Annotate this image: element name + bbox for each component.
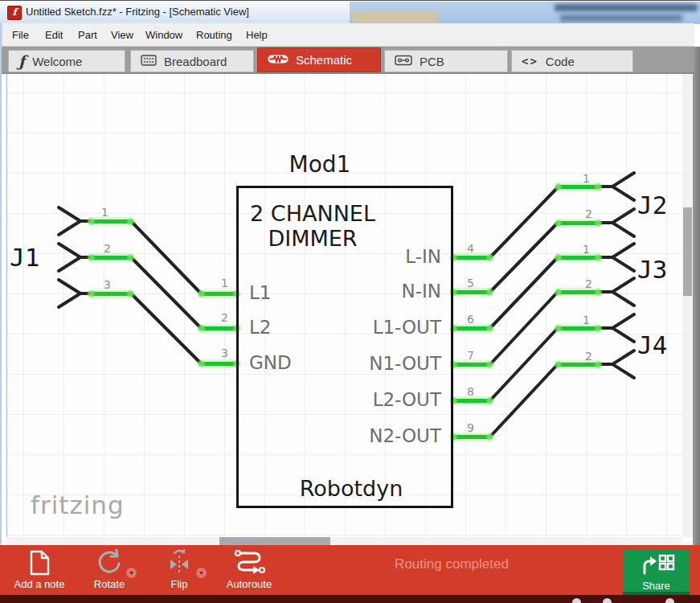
pin-label-n2-out: N2-OUT: [338, 425, 441, 446]
pin-label-gnd: GND: [249, 352, 292, 373]
net-mod-pin3[interactable]: [201, 362, 237, 366]
menu-window[interactable]: Window: [145, 29, 182, 41]
fritzing-app-icon: f: [7, 6, 22, 20]
j3-pin-number-2: 2: [585, 277, 592, 290]
j2-pin-number-2: 2: [585, 207, 592, 220]
share-icon: [623, 554, 690, 578]
mod-pin-number-7: 7: [467, 349, 474, 362]
module-title: 2 CHANNEL DIMMER: [236, 201, 389, 251]
net-j1-pin2[interactable]: [91, 256, 131, 260]
rotate-label: Rotate: [76, 578, 142, 590]
net-j2-pin2[interactable]: [558, 221, 599, 225]
title-bar: f Untitled Sketch.fzz* - Fritzing - [Sch…: [0, 0, 700, 23]
mod-pin-number-3: 3: [221, 347, 228, 359]
breadboard-icon: [141, 55, 157, 68]
vertical-scrollbar[interactable]: [682, 74, 693, 537]
menu-bar: File Edit Part View Window Routing Help: [2, 23, 694, 47]
net-j3-pin2[interactable]: [558, 290, 599, 294]
pin-label-l1-out: L1-OUT: [338, 317, 441, 338]
connector-label-j4: J4: [637, 330, 667, 359]
vertical-scrollbar-thumb[interactable]: [683, 207, 692, 296]
menu-routing[interactable]: Routing: [196, 29, 232, 41]
net-mod-pin2[interactable]: [201, 326, 237, 330]
mod-pin-number-2: 2: [221, 311, 228, 324]
connector-label-j3: J3: [637, 255, 667, 284]
mod-pin-number-5: 5: [467, 277, 474, 289]
pin-label-l1: L1: [249, 282, 271, 303]
schematic-zigzag-icon: [268, 53, 289, 67]
menu-edit[interactable]: Edit: [45, 29, 63, 41]
menu-view[interactable]: View: [111, 29, 133, 41]
mod-pin-number-8: 8: [467, 385, 474, 398]
background-window-blur: [350, 2, 700, 24]
j1-pin-number-2: 2: [104, 242, 111, 255]
autoroute-button[interactable]: Autoroute: [211, 548, 288, 590]
pin-label-l-in: L-IN: [338, 246, 441, 267]
add-note-button[interactable]: Add a note: [6, 548, 72, 590]
net-mod-pin8[interactable]: [453, 399, 490, 403]
pin-label-l2-out: L2-OUT: [338, 389, 441, 410]
net-j3-pin1[interactable]: [558, 256, 599, 260]
net-mod-pin6[interactable]: [453, 326, 490, 330]
flip-dropdown-icon[interactable]: ▾: [196, 568, 207, 578]
add-note-label: Add a note: [6, 578, 72, 590]
flip-label: Flip: [146, 578, 212, 590]
net-j1-pin3[interactable]: [91, 292, 131, 296]
window-title: Untitled Sketch.fzz* - Fritzing - [Schem…: [26, 6, 249, 18]
j4-pin-number-2: 2: [585, 350, 592, 363]
j1-pin-number-3: 3: [104, 278, 111, 291]
j3-pin-number-1: 1: [583, 243, 590, 256]
menu-file[interactable]: File: [12, 29, 29, 41]
rotate-button[interactable]: ▾ Rotate: [76, 548, 142, 590]
net-mod-pin5[interactable]: [453, 290, 490, 294]
net-j2-pin1[interactable]: [558, 185, 599, 189]
mod-pin-number-4: 4: [467, 242, 474, 255]
tab-welcome-label: Welcome: [32, 55, 82, 68]
rotate-dropdown-icon[interactable]: ▾: [126, 568, 137, 578]
net-j4-pin2[interactable]: [558, 363, 599, 367]
share-label: Share: [623, 580, 690, 592]
tab-breadboard-label: Breadboard: [164, 55, 227, 68]
tab-breadboard[interactable]: Breadboard: [130, 50, 254, 72]
tab-schematic[interactable]: Schematic: [257, 47, 381, 72]
j4-pin-number-1: 1: [583, 314, 590, 326]
horizontal-scrollbar[interactable]: [6, 537, 682, 545]
net-mod-pin4[interactable]: [453, 256, 490, 260]
autoroute-label: Autoroute: [211, 578, 288, 590]
fritzing-f-icon: ƒ: [18, 54, 25, 69]
window-left-edge: [0, 23, 2, 603]
code-brackets-icon: <>: [522, 55, 538, 68]
pin-label-l2: L2: [249, 317, 271, 338]
tab-code[interactable]: <> Code: [511, 50, 633, 72]
mod-pin-number-6: 6: [467, 313, 474, 326]
horizontal-scrollbar-thumb[interactable]: [219, 537, 330, 545]
tab-code-label: Code: [546, 55, 575, 68]
menu-part[interactable]: Part: [78, 29, 97, 41]
fritzing-watermark: fritzing: [31, 490, 125, 519]
pin-label-n1-out: N1-OUT: [338, 353, 441, 374]
tab-welcome[interactable]: ƒ Welcome: [8, 50, 125, 72]
module-vendor: Robotdyn: [264, 476, 438, 501]
background-page-strip: [0, 595, 700, 603]
net-mod-pin1[interactable]: [201, 292, 237, 296]
mod-pin-number-9: 9: [467, 421, 474, 434]
menu-help[interactable]: Help: [246, 29, 268, 41]
mod-pin-number-1: 1: [221, 277, 228, 289]
j1-pin-number-1: 1: [101, 206, 108, 219]
note-icon: [6, 548, 72, 576]
net-mod-pin9[interactable]: [453, 435, 490, 439]
net-mod-pin7[interactable]: [453, 363, 490, 367]
view-tab-bar: ƒ Welcome Breadboard Schematic PCB <> Co…: [2, 47, 694, 74]
bottom-toolbar: Add a note ▾ Rotate ▾ Flip Autoroute Rou…: [0, 545, 700, 595]
pin-label-n-in: N-IN: [338, 281, 441, 302]
net-j4-pin1[interactable]: [558, 326, 599, 330]
j2-pin-number-1: 1: [583, 172, 590, 185]
fritzing-window: Mod1 2 CHANNEL DIMMER Robotdyn L1 L2 GND…: [0, 0, 700, 603]
flip-button[interactable]: ▾ Flip: [146, 548, 212, 590]
share-button[interactable]: Share: [623, 549, 690, 595]
module-ref: Mod1: [239, 151, 400, 178]
connector-label-j2: J2: [637, 191, 667, 219]
net-j1-pin1[interactable]: [91, 219, 131, 224]
tab-pcb[interactable]: PCB: [384, 50, 508, 72]
window-right-edge: [693, 47, 700, 595]
